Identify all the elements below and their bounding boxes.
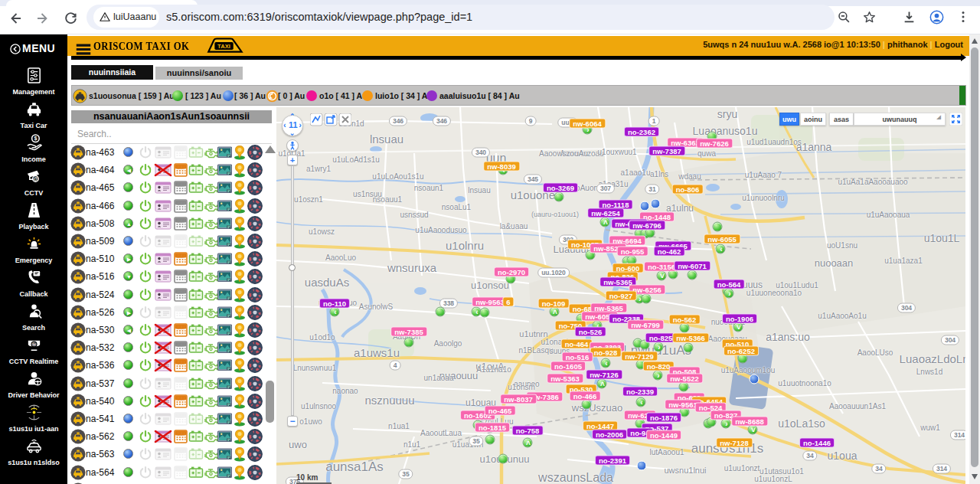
svg-text:15.0: 15.0 [178, 432, 185, 436]
svg-text:15.0: 15.0 [178, 254, 185, 258]
svg-text:15.0: 15.0 [178, 467, 185, 471]
svg-text:TAXI: TAXI [217, 43, 230, 50]
svg-text:@: @ [31, 342, 36, 347]
svg-text:15.0: 15.0 [178, 307, 185, 311]
svg-text:15.0: 15.0 [178, 218, 185, 222]
svg-text:15.0: 15.0 [178, 361, 185, 365]
svg-text:15.0: 15.0 [178, 378, 185, 382]
svg-text:$: $ [34, 136, 37, 142]
svg-text:15.0: 15.0 [178, 289, 185, 293]
svg-text:15.0: 15.0 [178, 272, 185, 276]
svg-text:15.0: 15.0 [178, 201, 185, 204]
svg-text:15.0: 15.0 [178, 325, 185, 329]
svg-text:15.0: 15.0 [178, 183, 185, 187]
svg-text:15.0: 15.0 [178, 396, 185, 400]
svg-text:15.0: 15.0 [178, 450, 185, 453]
svg-text:15.0: 15.0 [178, 343, 185, 347]
svg-text:15.0: 15.0 [178, 165, 185, 169]
svg-text:15.0: 15.0 [178, 237, 185, 240]
svg-text:15.0: 15.0 [178, 148, 185, 152]
svg-text:15.0: 15.0 [178, 414, 185, 418]
svg-text:@: @ [33, 176, 38, 182]
